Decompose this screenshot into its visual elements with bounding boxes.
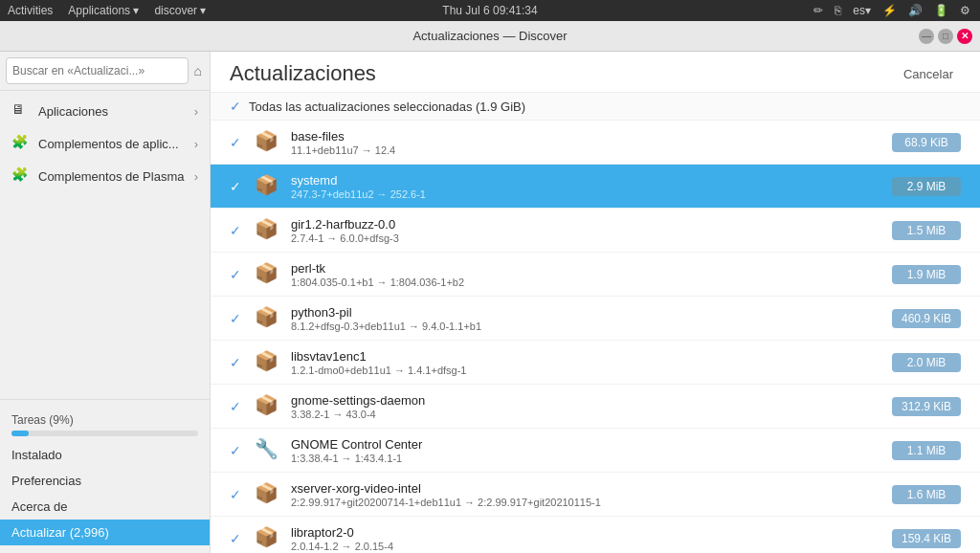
package-row[interactable]: ✓ 📦 gir1.2-harfbuzz-0.0 2.7.4-1 → 6.0.0+… — [211, 209, 980, 253]
pkg-icon: 📦 — [255, 217, 281, 244]
pkg-icon: 📦 — [255, 305, 281, 332]
pkg-icon: 📦 — [255, 173, 281, 200]
bluetooth-icon[interactable]: ⚡ — [880, 4, 899, 17]
home-button[interactable]: ⌂ — [192, 63, 204, 78]
window: Actualizaciones — Discover — □ ✕ ⌂ 🖥 Apl… — [0, 21, 980, 553]
pkg-icon: 🔧 — [255, 437, 281, 464]
package-row[interactable]: ✓ 📦 perl-tk 1:804.035-0.1+b1 → 1:804.036… — [211, 253, 980, 297]
select-all-checkmark: ✓ — [230, 99, 241, 114]
package-row[interactable]: ✓ 📦 base-files 11.1+deb11u7 → 12.4 68.9 … — [211, 121, 980, 165]
package-row[interactable]: ✓ 📦 libraptor2-0 2.0.14-1.2 → 2.0.15-4 1… — [211, 517, 980, 553]
sidebar-item-addons-label: Complementos de aplic... — [38, 137, 179, 151]
pkg-info: base-files 11.1+deb11u7 → 12.4 — [291, 129, 892, 156]
maximize-button[interactable]: □ — [938, 29, 953, 44]
titlebar: Actualizaciones — Discover — □ ✕ — [0, 21, 980, 52]
pkg-checkbox[interactable]: ✓ — [230, 179, 249, 194]
battery-icon[interactable]: 🔋 — [932, 4, 950, 17]
plasma-icon: 🧩 — [11, 166, 31, 186]
cancel-button[interactable]: Cancelar — [896, 63, 961, 85]
pkg-checkbox[interactable]: ✓ — [230, 223, 249, 238]
sidebar-item-applications[interactable]: 🖥 Aplicaciones › — [0, 95, 210, 127]
applications-menu[interactable]: Applications ▾ — [68, 4, 139, 17]
progress-section: Tareas (9%) — [0, 408, 210, 442]
pkg-checkbox[interactable]: ✓ — [230, 531, 249, 546]
pkg-checkbox[interactable]: ✓ — [230, 355, 249, 370]
pkg-version: 2.0.14-1.2 → 2.0.15-4 — [291, 541, 892, 552]
pkg-name: base-files — [291, 129, 892, 144]
pkg-name: GNOME Control Center — [291, 437, 892, 452]
plasma-arrow: › — [194, 169, 198, 184]
pkg-size: 68.9 KiB — [892, 133, 961, 152]
pkg-icon: 📦 — [255, 129, 281, 156]
search-input[interactable] — [12, 64, 182, 77]
language-selector[interactable]: es▾ — [851, 4, 873, 17]
sidebar: ⌂ 🖥 Aplicaciones › 🧩 Complementos de apl… — [0, 52, 211, 553]
pkg-checkbox[interactable]: ✓ — [230, 443, 249, 458]
pkg-name: perl-tk — [291, 261, 892, 276]
pkg-version: 3.38.2-1 → 43.0-4 — [291, 409, 892, 420]
minimize-button[interactable]: — — [919, 29, 934, 44]
pkg-version: 1:804.035-0.1+b1 → 1:804.036-1+b2 — [291, 276, 892, 288]
pkg-name: libraptor2-0 — [291, 525, 892, 540]
sidebar-item-preferences[interactable]: Preferencias — [0, 468, 210, 494]
pkg-icon: 📦 — [255, 393, 281, 420]
package-row[interactable]: ✓ 📦 python3-pil 8.1.2+dfsg-0.3+deb11u1 →… — [211, 297, 980, 341]
volume-icon[interactable]: 🔊 — [906, 4, 924, 17]
pkg-size: 1.5 MiB — [892, 221, 961, 240]
pkg-info: libsvtav1enc1 1.2.1-dmo0+deb11u1 → 1.4.1… — [291, 349, 892, 376]
pkg-icon: 📦 — [255, 261, 281, 288]
system-datetime: Thu Jul 6 09:41:34 — [442, 4, 537, 17]
pkg-checkbox[interactable]: ✓ — [230, 311, 249, 326]
main-area: ⌂ 🖥 Aplicaciones › 🧩 Complementos de apl… — [0, 52, 980, 553]
pkg-name: python3-pil — [291, 305, 892, 320]
pkg-icon: 📦 — [255, 349, 281, 376]
sidebar-item-installed[interactable]: Instalado — [0, 442, 210, 468]
window-controls: — □ ✕ — [919, 29, 972, 44]
package-row[interactable]: ✓ 🔧 GNOME Control Center 1:3.38.4-1 → 1:… — [211, 429, 980, 473]
select-all-row[interactable]: ✓ Todas las actualizaciones seleccionada… — [211, 93, 980, 121]
pkg-version: 8.1.2+dfsg-0.3+deb11u1 → 9.4.0-1.1+b1 — [291, 321, 892, 332]
pkg-info: python3-pil 8.1.2+dfsg-0.3+deb11u1 → 9.4… — [291, 305, 892, 332]
pkg-checkbox[interactable]: ✓ — [230, 267, 249, 282]
pkg-name: libsvtav1enc1 — [291, 349, 892, 364]
pkg-size: 460.9 KiB — [892, 309, 961, 328]
package-row[interactable]: ✓ 📦 xserver-xorg-video-intel 2:2.99.917+… — [211, 473, 980, 517]
sidebar-item-addons[interactable]: 🧩 Complementos de aplic... › — [0, 127, 210, 160]
sidebar-nav: 🖥 Aplicaciones › 🧩 Complementos de aplic… — [0, 91, 210, 399]
package-row[interactable]: ✓ 📦 systemd 247.3-7+deb11u2 → 252.6-1 2.… — [211, 165, 980, 209]
system-bar-right: ✏ ⎘ es▾ ⚡ 🔊 🔋 ⚙ — [812, 4, 972, 17]
pkg-info: libraptor2-0 2.0.14-1.2 → 2.0.15-4 — [291, 525, 892, 552]
page-title: Actualizaciones — [230, 61, 376, 86]
pkg-size: 2.9 MiB — [892, 177, 961, 196]
pkg-checkbox[interactable]: ✓ — [230, 135, 249, 150]
select-all-label: Todas las actualizaciones seleccionadas … — [249, 100, 525, 114]
pkg-version: 2:2.99.917+git20200714-1+deb11u1 → 2:2.9… — [291, 497, 892, 508]
pkg-checkbox[interactable]: ✓ — [230, 487, 249, 502]
pkg-name: xserver-xorg-video-intel — [291, 481, 892, 496]
search-bar[interactable] — [6, 57, 189, 84]
settings-icon[interactable]: ⚙ — [958, 4, 972, 17]
package-row[interactable]: ✓ 📦 gnome-settings-daemon 3.38.2-1 → 43.… — [211, 385, 980, 429]
clipboard-icon[interactable]: ⎘ — [833, 4, 843, 17]
addons-arrow: › — [194, 137, 198, 151]
sidebar-item-plasma-label: Complementos de Plasma — [38, 169, 184, 184]
close-button[interactable]: ✕ — [957, 29, 972, 44]
package-row[interactable]: ✓ 📦 libsvtav1enc1 1.2.1-dmo0+deb11u1 → 1… — [211, 341, 980, 385]
pkg-size: 159.4 KiB — [892, 529, 961, 548]
edit-icon[interactable]: ✏ — [812, 4, 825, 17]
activities-label[interactable]: Activities — [8, 4, 53, 17]
pkg-info: GNOME Control Center 1:3.38.4-1 → 1:43.4… — [291, 437, 892, 464]
pkg-size: 1.6 MiB — [892, 485, 961, 504]
sidebar-item-plasma[interactable]: 🧩 Complementos de Plasma › — [0, 160, 210, 192]
pkg-size: 2.0 MiB — [892, 353, 961, 372]
pkg-version: 247.3-7+deb11u2 → 252.6-1 — [291, 188, 892, 200]
pkg-name: systemd — [291, 173, 892, 188]
pkg-info: gir1.2-harfbuzz-0.0 2.7.4-1 → 6.0.0+dfsg… — [291, 217, 892, 244]
pkg-name: gnome-settings-daemon — [291, 393, 892, 408]
sidebar-item-about[interactable]: Acerca de — [0, 494, 210, 520]
sidebar-item-update[interactable]: Actualizar (2,996) — [0, 520, 210, 545]
discover-menu[interactable]: discover ▾ — [154, 4, 206, 17]
pkg-version: 11.1+deb11u7 → 12.4 — [291, 144, 892, 156]
window-title: Actualizaciones — Discover — [412, 29, 567, 43]
pkg-checkbox[interactable]: ✓ — [230, 399, 249, 414]
